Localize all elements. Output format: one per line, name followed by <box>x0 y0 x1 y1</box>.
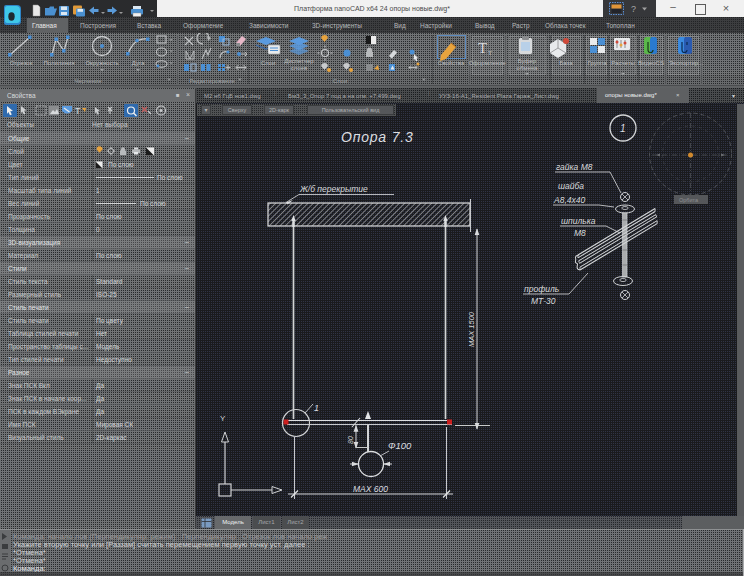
svg-text:Оформление: Оформление <box>468 60 506 66</box>
svg-text:Редактирование: Редактирование <box>189 78 235 84</box>
svg-text:1: 1 <box>620 123 626 134</box>
svg-text:Т: Т <box>75 106 81 116</box>
svg-text:слоев: слоев <box>291 65 307 71</box>
svg-text:Ж/б перекрытие: Ж/б перекрытие <box>299 184 368 194</box>
svg-text:МАХ 1500: МАХ 1500 <box>467 311 476 347</box>
svg-text:Опора 7.3: Опора 7.3 <box>341 129 414 145</box>
svg-text:1: 1 <box>314 403 319 413</box>
svg-text:Экспортир...: Экспортир... <box>669 60 704 66</box>
svg-text:Нет выбора: Нет выбора <box>92 121 128 129</box>
svg-text:?: ? <box>631 4 636 14</box>
svg-text:Буфер: Буфер <box>518 58 537 64</box>
svg-text:шайба: шайба <box>558 181 584 191</box>
svg-text:Слои: Слои <box>333 78 348 84</box>
svg-text:База: База <box>559 60 573 66</box>
svg-text:Окружность: Окружность <box>85 60 118 66</box>
svg-text:обмена: обмена <box>517 65 538 71</box>
svg-text:Полилиния: Полилиния <box>43 60 74 66</box>
svg-text:80: 80 <box>347 436 354 444</box>
svg-text:Расчеты: Расчеты <box>611 60 634 66</box>
svg-text:МТ-30: МТ-30 <box>531 296 556 306</box>
svg-text:Свойства: Свойства <box>438 60 465 66</box>
svg-text:М8: М8 <box>574 228 586 238</box>
svg-text:МАХ 600: МАХ 600 <box>353 484 388 494</box>
svg-text:А8,4х40: А8,4х40 <box>553 195 585 205</box>
svg-text:ВидеоCS: ВидеоCS <box>638 60 664 66</box>
svg-text:Группа: Группа <box>587 60 607 66</box>
svg-text:Отрезок: Отрезок <box>10 60 33 66</box>
svg-text:Y: Y <box>220 414 226 423</box>
svg-text:Диспетчер: Диспетчер <box>284 58 314 64</box>
svg-text:Орбита: Орбита <box>679 197 699 203</box>
svg-text:профиль: профиль <box>524 284 559 294</box>
svg-text:шпилька: шпилька <box>561 216 596 226</box>
svg-text:Дуга: Дуга <box>132 60 145 66</box>
svg-text:T: T <box>478 40 487 56</box>
svg-text:т: т <box>488 47 492 57</box>
svg-text:Черчение: Черчение <box>74 78 102 84</box>
svg-text:Слои: Слои <box>261 60 276 66</box>
svg-text:Ф100: Ф100 <box>388 440 412 451</box>
svg-text:гайка М8: гайка М8 <box>556 162 593 172</box>
svg-text:Объекты: Объекты <box>7 121 34 128</box>
